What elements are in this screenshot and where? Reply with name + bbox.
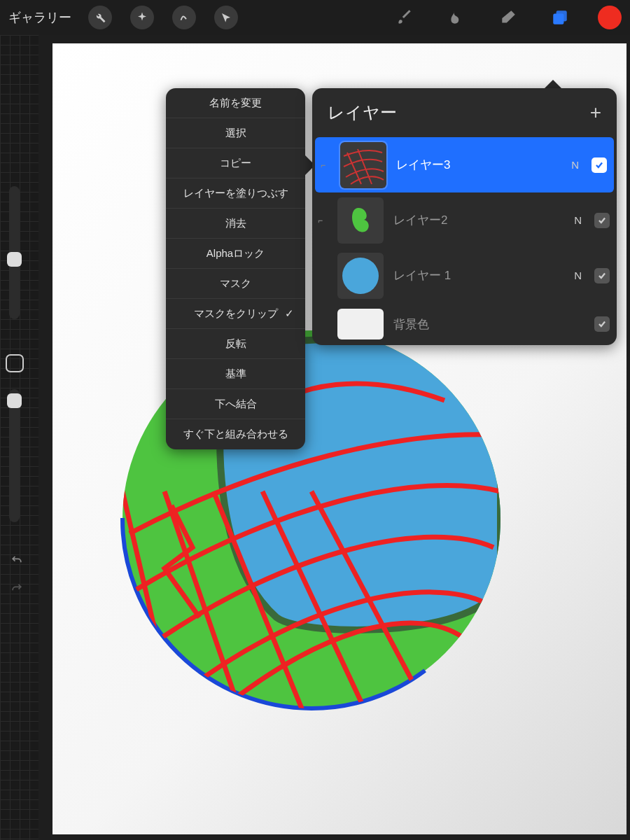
visibility-checkbox[interactable]	[594, 268, 610, 284]
layers-title: レイヤー	[328, 102, 397, 124]
brush-icon[interactable]	[391, 4, 419, 31]
visibility-checkbox[interactable]	[592, 158, 607, 173]
adjust-icon[interactable]	[130, 6, 154, 29]
layer-thumb[interactable]	[337, 197, 384, 244]
layer-name: レイヤー 1	[393, 267, 564, 284]
color-icon[interactable]	[598, 6, 622, 29]
visibility-checkbox[interactable]	[594, 213, 610, 228]
add-layer-button[interactable]: +	[590, 102, 601, 124]
clip-indicator-icon: ⌐	[321, 160, 330, 170]
wrench-icon[interactable]	[88, 6, 112, 29]
layers-icon[interactable]	[546, 4, 574, 31]
menu-alpha-lock[interactable]: Alphaロック	[166, 239, 305, 269]
opacity-slider[interactable]	[9, 389, 20, 522]
redo-icon[interactable]	[10, 581, 24, 595]
menu-combine-down[interactable]: すぐ下と組み合わせる	[166, 419, 305, 449]
menu-clip-mask[interactable]: マスクをクリップ✓	[166, 299, 305, 329]
clip-indicator-icon: ⌐	[318, 216, 328, 225]
layer-thumb[interactable]	[337, 253, 384, 299]
layers-panel: レイヤー + ⌐ レイヤー3 N ⌐ レイヤー2 N レイ	[312, 88, 617, 345]
layers-panel-pointer	[545, 80, 561, 88]
menu-clear[interactable]: 消去	[166, 209, 305, 239]
brush-size-knob[interactable]	[7, 252, 22, 267]
blend-mode[interactable]: N	[574, 214, 582, 226]
eraser-icon[interactable]	[494, 4, 522, 31]
top-toolbar: ギャラリー	[0, 0, 630, 35]
blend-mode[interactable]: N	[571, 159, 579, 171]
menu-copy[interactable]: コピー	[166, 148, 305, 178]
menu-merge-down[interactable]: 下へ結合	[166, 389, 305, 419]
menu-rename[interactable]: 名前を変更	[166, 88, 305, 118]
menu-fill[interactable]: レイヤーを塗りつぶす	[166, 178, 305, 209]
smudge-icon[interactable]	[442, 4, 470, 31]
undo-icon[interactable]	[10, 553, 24, 567]
menu-mask[interactable]: マスク	[166, 269, 305, 299]
layer-name: レイヤー3	[396, 157, 561, 173]
modifier-toggle[interactable]	[6, 354, 24, 372]
layer-row-background[interactable]: 背景色	[312, 303, 617, 345]
workspace: 名前を変更 選択 コピー レイヤーを塗りつぶす 消去 Alphaロック マスク …	[0, 35, 630, 840]
menu-select[interactable]: 選択	[166, 118, 305, 148]
gallery-button[interactable]: ギャラリー	[8, 9, 71, 26]
check-icon: ✓	[285, 307, 294, 320]
menu-invert[interactable]: 反転	[166, 329, 305, 359]
select-icon[interactable]	[172, 6, 196, 29]
layer-row-2[interactable]: ⌐ レイヤー2 N	[312, 192, 617, 248]
layer-row-3[interactable]: ⌐ レイヤー3 N	[315, 137, 614, 192]
cursor-icon[interactable]	[214, 6, 238, 29]
visibility-checkbox[interactable]	[594, 316, 610, 332]
menu-reference[interactable]: 基準	[166, 359, 305, 389]
layer-name: レイヤー2	[393, 212, 564, 228]
blend-mode[interactable]: N	[574, 270, 582, 281]
layer-thumb[interactable]	[340, 142, 386, 188]
layer-name: 背景色	[393, 316, 584, 332]
layer-thumb[interactable]	[337, 309, 384, 340]
svg-point-5	[342, 258, 379, 294]
layer-context-menu: 名前を変更 選択 コピー レイヤーを塗りつぶす 消去 Alphaロック マスク …	[166, 88, 305, 449]
layer-row-1[interactable]: レイヤー 1 N	[312, 248, 617, 303]
svg-rect-1	[556, 10, 567, 21]
opacity-knob[interactable]	[7, 393, 22, 408]
